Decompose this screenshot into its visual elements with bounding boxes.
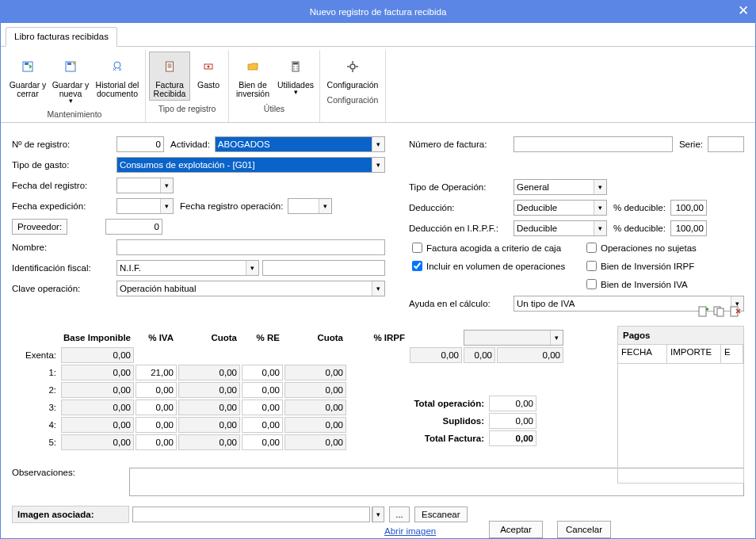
svg-rect-25 bbox=[731, 307, 738, 316]
tab-libro-facturas-recibidas[interactable]: Libro facturas recibidas bbox=[6, 27, 117, 47]
grid-cell[interactable]: 0,00 bbox=[61, 399, 134, 415]
guardar-y-cerrar-button[interactable]: Guardar y cerrar bbox=[7, 52, 48, 106]
window-title: Nuevo registro de factura recibida bbox=[310, 7, 447, 17]
suplidos-label: Suplidos: bbox=[378, 416, 489, 426]
gasto-button[interactable]: Gasto bbox=[192, 52, 225, 101]
grid-cell[interactable]: 0,00 bbox=[242, 382, 283, 398]
chk-bien-inv-irpf[interactable] bbox=[586, 261, 597, 271]
irpf-a[interactable]: 0,00 bbox=[464, 347, 495, 363]
grid-cell: 1: bbox=[12, 368, 59, 377]
grid-cell[interactable]: 21,00 bbox=[136, 365, 177, 380]
chevron-down-icon: ▾ bbox=[246, 261, 258, 275]
close-icon[interactable]: ✕ bbox=[738, 2, 749, 19]
grid-cell: 5: bbox=[12, 438, 59, 447]
chk-op-no-sujetas[interactable] bbox=[586, 243, 597, 253]
grid-cell[interactable]: 0,00 bbox=[284, 434, 346, 450]
pagos-add-icon[interactable] bbox=[697, 305, 709, 319]
exenta-base[interactable]: 0,00 bbox=[61, 347, 134, 363]
grid-cell[interactable]: 0,00 bbox=[61, 417, 134, 433]
numero-factura-input[interactable] bbox=[514, 136, 673, 152]
grid-cell[interactable]: 0,00 bbox=[136, 417, 177, 433]
grid-cell[interactable]: 0,00 bbox=[136, 382, 177, 398]
col-cuota-iva: Cuota bbox=[178, 333, 240, 342]
aceptar-button[interactable]: Aceptar bbox=[489, 521, 543, 538]
irpf-pct[interactable]: 0,00 bbox=[410, 347, 462, 363]
ribbon-group-utiles: Bien de inversión Utilidades ▾ Útiles bbox=[229, 50, 320, 122]
grid-cell[interactable]: 0,00 bbox=[178, 399, 240, 415]
pagos-col-importe: IMPORTE bbox=[667, 345, 721, 363]
nombre-input[interactable] bbox=[116, 239, 385, 255]
pagos-copy-icon[interactable] bbox=[712, 305, 725, 319]
deduccion-combo[interactable]: Deducible▾ bbox=[514, 200, 607, 216]
grid-cell[interactable]: 0,00 bbox=[178, 417, 240, 433]
escanear-button[interactable]: Escanear bbox=[414, 507, 468, 522]
chevron-down-icon: ▾ bbox=[372, 137, 384, 151]
pct-deducible-2-input[interactable] bbox=[670, 220, 707, 236]
cancelar-button[interactable]: Cancelar bbox=[557, 521, 611, 538]
deduccion-irpf-label: Deducción en I.R.P.F.: bbox=[409, 224, 514, 233]
pagos-table[interactable]: FECHA IMPORTE E bbox=[617, 345, 744, 484]
grid-cell[interactable]: 0,00 bbox=[178, 382, 240, 398]
grid-cell[interactable]: 0,00 bbox=[61, 382, 134, 398]
grid-cell[interactable]: 0,00 bbox=[61, 365, 134, 380]
serie-input[interactable] bbox=[708, 136, 744, 152]
proveedor-input[interactable] bbox=[105, 219, 162, 235]
grid-cell[interactable]: 0,00 bbox=[284, 382, 346, 398]
grid-cell[interactable]: 0,00 bbox=[242, 417, 283, 433]
grid-cell[interactable]: 0,00 bbox=[178, 365, 240, 380]
n-registro-input[interactable] bbox=[116, 136, 164, 152]
fecha-registro-input[interactable]: ▾ bbox=[116, 178, 174, 193]
chevron-down-icon: ▾ bbox=[294, 90, 298, 95]
chevron-down-icon: ▾ bbox=[594, 180, 606, 194]
pagos-panel: Pagos FECHA IMPORTE E bbox=[617, 326, 744, 484]
historial-documento-button[interactable]: Historial del documento bbox=[93, 52, 142, 106]
grid-cell[interactable]: 0,00 bbox=[136, 399, 177, 415]
chk-incluir-volumen[interactable] bbox=[412, 261, 422, 271]
configuracion-button[interactable]: Configuración bbox=[323, 52, 382, 92]
id-fiscal-type-combo[interactable]: N.I.F.▾ bbox=[116, 260, 259, 276]
col-pct-re: % RE bbox=[242, 333, 283, 342]
deduccion-irpf-combo[interactable]: Deducible▾ bbox=[514, 220, 607, 236]
utilidades-button[interactable]: Utilidades ▾ bbox=[275, 52, 316, 101]
chk-criterio-caja[interactable] bbox=[412, 243, 422, 253]
abrir-imagen-link[interactable]: Abrir imagen bbox=[384, 526, 436, 536]
guardar-y-nueva-button[interactable]: Guardar y nueva ▾ bbox=[50, 52, 91, 106]
grid-cell: 2: bbox=[12, 385, 59, 395]
grid-cell[interactable]: 0,00 bbox=[178, 434, 240, 450]
svg-point-16 bbox=[296, 68, 298, 70]
irpf-b[interactable]: 0,00 bbox=[497, 347, 563, 363]
clave-operacion-combo[interactable]: Operación habitual▾ bbox=[116, 281, 385, 296]
imagen-asociada-input[interactable] bbox=[132, 507, 370, 522]
total-operacion-label: Total operación: bbox=[378, 399, 489, 408]
pct-deducible-1-input[interactable] bbox=[670, 200, 707, 216]
identificacion-fiscal-label: Identificación fiscal: bbox=[12, 263, 116, 273]
col-pct-irpf: % IRPF bbox=[359, 333, 408, 342]
bien-inversion-button[interactable]: Bien de inversión bbox=[232, 52, 273, 101]
factura-recibida-button[interactable]: Factura Recibida bbox=[149, 52, 190, 101]
actividad-combo[interactable]: ABOGADOS ▾ bbox=[215, 136, 385, 152]
browse-button[interactable]: ... bbox=[389, 507, 410, 522]
grid-cell[interactable]: 0,00 bbox=[284, 417, 346, 433]
chk-bien-inv-iva[interactable] bbox=[586, 279, 597, 289]
suplidos-value[interactable]: 0,00 bbox=[489, 413, 536, 429]
grid-cell[interactable]: 0,00 bbox=[284, 399, 346, 415]
grid-cell[interactable]: 0,00 bbox=[61, 434, 134, 450]
tipo-operacion-combo[interactable]: General▾ bbox=[514, 179, 607, 195]
pagos-delete-icon[interactable] bbox=[728, 305, 741, 319]
tipo-gasto-combo[interactable]: Consumos de explotación - [G01] ▾ bbox=[116, 157, 385, 173]
fecha-registro-op-input[interactable]: ▾ bbox=[288, 198, 332, 214]
grid-cell[interactable]: 0,00 bbox=[284, 365, 346, 380]
chevron-down-icon: ▾ bbox=[550, 331, 563, 345]
grid-cell[interactable]: 0,00 bbox=[242, 434, 283, 450]
irpf-combo[interactable]: ▾ bbox=[464, 330, 563, 346]
fecha-expedicion-input[interactable]: ▾ bbox=[116, 198, 174, 214]
svg-rect-24 bbox=[717, 308, 724, 316]
id-fiscal-input[interactable] bbox=[262, 260, 385, 276]
proveedor-button[interactable]: Proveedor: bbox=[12, 219, 67, 235]
grid-cell[interactable]: 0,00 bbox=[242, 399, 283, 415]
imagen-dropdown[interactable]: ▾ bbox=[372, 507, 384, 522]
svg-point-10 bbox=[208, 66, 210, 68]
chevron-down-icon: ▾ bbox=[372, 281, 384, 296]
grid-cell[interactable]: 0,00 bbox=[136, 434, 177, 450]
grid-cell[interactable]: 0,00 bbox=[242, 365, 283, 380]
